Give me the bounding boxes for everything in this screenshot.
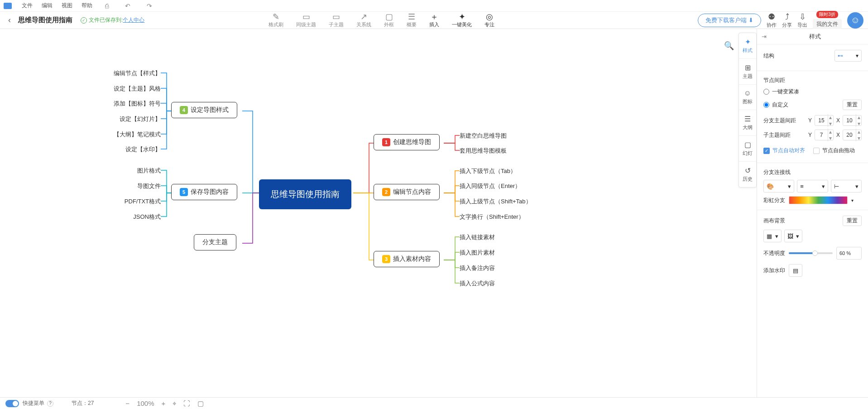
leaf-outline-mode[interactable]: 【大纲】笔记模式 [114,130,161,139]
mindmap-central-node[interactable]: 思维导图使用指南 [259,179,351,209]
side-tab-outline[interactable]: ☰大纲 [739,110,756,136]
locate-icon[interactable]: ⌖ [173,399,176,408]
tool-child-topic[interactable]: ▭子主题 [322,12,350,28]
badge-2-icon: 2 [382,188,390,196]
bg-reset-button[interactable]: 重置 [843,216,862,226]
leaf-insert-parent[interactable]: 插入上级节点（Shift+Tab） [460,197,532,206]
collab-button[interactable]: ⚉协作 [767,12,777,29]
spacing-reset-button[interactable]: 重置 [843,100,862,110]
leaf-insert-link[interactable]: 插入链接素材 [460,233,495,241]
menu-file[interactable]: 文件 [17,2,37,10]
spacing-custom-radio[interactable]: 自定义 [763,101,788,109]
watermark-icon: ▤ [793,267,798,274]
side-tab-icon[interactable]: ☺图标 [739,85,756,110]
menubar: 文件 编辑 视图 帮助 ⎙ ↶ ↷ [0,0,868,12]
leaf-edit-style[interactable]: 编辑节点【样式】 [114,69,161,77]
menu-view[interactable]: 视图 [57,2,77,10]
leaf-save-pdf[interactable]: PDF/TXT格式 [125,197,161,206]
image-icon: 🖼 [787,233,793,240]
leaf-save-file[interactable]: 导图文件 [137,182,161,190]
avatar[interactable]: ☺ [847,12,863,29]
leaf-create-blank[interactable]: 新建空白思维导图 [460,132,507,140]
sub-y-input[interactable]: 7▴▾ [815,130,834,140]
child-icon: ▭ [332,12,340,21]
sub-x-input[interactable]: 20▴▾ [843,130,862,140]
leaf-save-json[interactable]: JSON格式 [133,213,161,221]
zoom-level[interactable]: 100% [137,399,154,407]
watermark-button[interactable]: ▤ [789,264,802,277]
spacing-compact-radio[interactable]: 一键变紧凑 [763,88,862,96]
leaf-set-slide[interactable]: 设定【幻灯片】 [120,115,161,123]
quick-menu-toggle[interactable] [5,400,19,407]
save-location-link[interactable]: 个人中心 [123,16,144,24]
side-tab-history[interactable]: ↺历史 [739,162,756,187]
badge-3-icon: 3 [382,255,390,263]
mindmap-node-save[interactable]: 5保存导图内容 [171,184,237,200]
tool-summary[interactable]: ☰概要 [400,12,423,28]
search-icon[interactable]: 🔍 [724,41,734,51]
free-drag-checkbox[interactable]: 节点自由拖动 [813,147,855,154]
export-button[interactable]: ⇩导出 [797,12,807,29]
leaf-set-watermark[interactable]: 设定【水印】 [125,145,161,154]
mindmap-node-insert-material[interactable]: 3插入素材内容 [374,251,440,267]
mindmap-node-create[interactable]: 1创建思维导图 [374,134,440,150]
redo-icon[interactable]: ↷ [139,2,160,10]
line-shape-select[interactable]: ⊢▾ [831,180,862,192]
save-icon[interactable]: ⎙ [97,2,117,10]
present-icon[interactable]: ▢ [197,399,204,408]
leaf-add-icon[interactable]: 添加【图标】符号 [114,100,161,108]
back-button[interactable]: ‹ [5,15,14,25]
panel-collapse-icon[interactable]: ⇥ [762,33,767,40]
mindmap-node-branch[interactable]: 分支主题 [194,234,236,250]
branch-x-input[interactable]: 10▴▾ [843,115,862,126]
tool-frame[interactable]: ▢外框 [378,12,400,28]
bg-image-select[interactable]: 🖼▾ [784,230,802,242]
opacity-slider[interactable] [789,252,833,254]
canvas-area[interactable]: 思维导图使用指南 1创建思维导图 新建空白思维导图 套用思维导图模板 2编辑节点… [0,29,757,397]
zoom-out-button[interactable]: − [125,399,129,407]
leaf-insert-child[interactable]: 插入下级节点（Tab） [460,167,516,175]
leaf-wrap-text[interactable]: 文字换行（Shift+Enter） [460,213,524,221]
share-button[interactable]: ⤴分享 [782,12,792,29]
menu-edit[interactable]: 编辑 [37,2,57,10]
fullscreen-icon[interactable]: ⛶ [183,399,190,407]
badge-5-icon: 5 [180,188,188,196]
line-color-select[interactable]: 🎨▾ [763,180,794,192]
opacity-value[interactable]: 60 % [836,247,862,260]
side-tab-slide[interactable]: ▢幻灯 [739,136,756,162]
branch-y-input[interactable]: 15▴▾ [815,115,834,126]
tool-format-painter[interactable]: ✎格式刷 [262,12,290,28]
brush-icon: ✎ [273,12,279,21]
leaf-insert-note[interactable]: 插入备注内容 [460,264,495,272]
line-style-select[interactable]: ≡▾ [797,180,828,192]
checkbox-off-icon [813,148,820,154]
side-tab-style[interactable]: ✦样式 [739,33,756,59]
menu-help[interactable]: 帮助 [77,2,97,10]
download-client-button[interactable]: 免费下载客户端⬇ [698,14,761,27]
chevron-down-icon: ▾ [856,53,858,59]
line-title: 分支连接线 [763,168,791,176]
tool-focus[interactable]: ◎专注 [478,12,501,28]
help-icon[interactable]: ? [47,400,53,407]
zoom-in-button[interactable]: + [162,399,166,407]
auto-align-checkbox[interactable]: ✓节点自动对齐 [763,147,805,154]
leaf-insert-sibling[interactable]: 插入同级节点（Enter） [460,182,521,190]
leaf-save-image[interactable]: 图片格式 [137,167,161,175]
rainbow-select[interactable] [789,196,848,204]
tool-relation[interactable]: ↗关系线 [350,12,378,28]
history-icon: ↺ [745,166,751,175]
leaf-insert-image[interactable]: 插入图片素材 [460,249,495,257]
structure-select[interactable]: ⊷▾ [834,50,862,62]
leaf-insert-formula[interactable]: 插入公式内容 [460,279,495,288]
mindmap-node-style[interactable]: 4设定导图样式 [171,102,237,118]
leaf-set-theme[interactable]: 设定【主题】风格 [114,85,161,93]
undo-icon[interactable]: ↶ [117,2,139,10]
tool-beautify[interactable]: ✦一键美化 [446,12,478,28]
mindmap-node-edit[interactable]: 2编辑节点内容 [374,184,440,200]
bg-pattern-select[interactable]: ▦▾ [763,230,782,242]
leaf-create-template[interactable]: 套用思维导图模板 [460,147,507,155]
side-tab-theme[interactable]: ⊞主题 [739,59,756,85]
my-files-button[interactable]: 我的文件 [813,19,842,29]
tool-sibling-topic[interactable]: ▭同级主题 [290,12,322,28]
tool-insert[interactable]: ＋插入 [423,12,446,28]
